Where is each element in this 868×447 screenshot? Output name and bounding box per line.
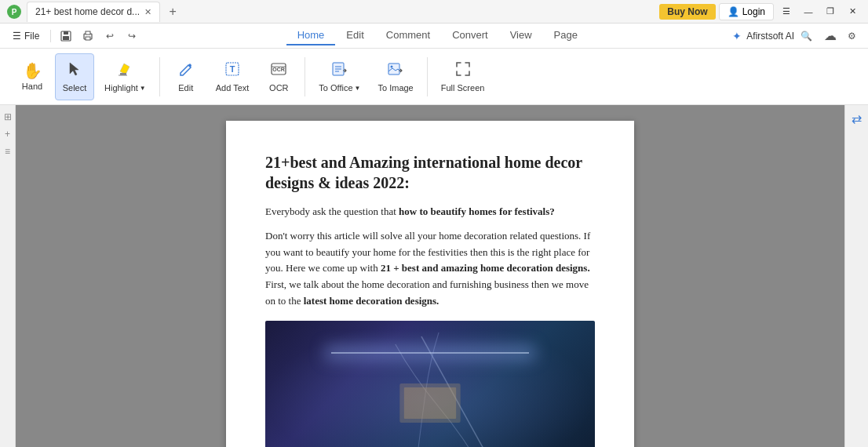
highlight-icon — [116, 60, 133, 80]
right-sidebar: ⇄ — [844, 105, 868, 447]
search-button[interactable]: 🔍 — [796, 26, 816, 46]
add-text-label: Add Text — [216, 83, 250, 93]
full-screen-icon — [454, 60, 472, 80]
hamburger-icon: ☰ — [13, 31, 21, 42]
print-button[interactable] — [78, 26, 98, 46]
to-image-tool-button[interactable]: To Image — [370, 53, 420, 100]
edit-tool-button[interactable]: Edit — [166, 53, 206, 100]
app-logo: P — [6, 4, 22, 20]
sidebar-panel-icon-1[interactable]: ⊞ — [4, 111, 12, 122]
toolbar-separator-2 — [305, 57, 305, 96]
tab-home[interactable]: Home — [286, 26, 336, 45]
to-image-icon — [387, 60, 404, 80]
hand-tool-button[interactable]: ✋ Hand — [13, 53, 52, 100]
redo-button[interactable]: ↪ — [122, 26, 142, 46]
user-icon: 👤 — [728, 6, 739, 17]
to-office-tool-button[interactable]: To Office ▼ — [312, 53, 367, 100]
sidebar-panel-icon-3[interactable]: ≡ — [5, 146, 10, 157]
file-label: File — [24, 31, 39, 42]
pdf-para1: Don't worry this article will solve all … — [265, 228, 595, 310]
svg-text:OCR: OCR — [273, 67, 286, 72]
left-sidebar: ⊞ + ≡ — [0, 105, 16, 447]
svg-text:T: T — [230, 64, 235, 74]
save-button[interactable] — [56, 26, 76, 46]
to-office-icon — [331, 60, 348, 80]
sidebar-panel-icon-2[interactable]: + — [5, 129, 10, 140]
add-text-icon: T — [224, 60, 241, 80]
titlebar-right: Buy Now 👤 Login ☰ — ❐ ✕ — [659, 2, 862, 21]
menubar: ☰ File ↩ ↪ Home Edit Comment Convert Vie… — [0, 24, 868, 49]
menu-button[interactable]: ☰ — [777, 2, 796, 21]
tab-edit[interactable]: Edit — [335, 26, 374, 45]
right-sidebar-icon-1[interactable]: ⇄ — [852, 111, 862, 126]
main-area: ⊞ + ≡ 21+best and Amazing international … — [0, 105, 868, 447]
add-text-tool-button[interactable]: T Add Text — [209, 53, 257, 100]
browser-tab[interactable]: 21+ best home decor d... ✕ — [27, 2, 160, 22]
pdf-page: 21+best and Amazing international home d… — [226, 121, 634, 447]
ai-label: Afirstsoft AI — [746, 31, 794, 42]
svg-rect-3 — [64, 31, 68, 35]
svg-rect-7 — [86, 37, 90, 40]
nav-tabs: Home Edit Comment Convert View Page — [286, 26, 589, 45]
edit-label: Edit — [178, 83, 193, 93]
pdf-image-container — [265, 321, 595, 447]
ai-section: ✦ Afirstsoft AI — [732, 30, 794, 42]
highlight-tool-button[interactable]: Highlight ▼ — [97, 53, 153, 100]
svg-point-20 — [391, 66, 393, 68]
tab-page[interactable]: Page — [543, 26, 589, 45]
ocr-label: OCR — [269, 83, 288, 93]
tab-comment[interactable]: Comment — [375, 26, 441, 45]
titlebar: P 21+ best home decor d... ✕ + Buy Now 👤… — [0, 0, 868, 24]
tab-title: 21+ best home decor d... — [35, 6, 140, 17]
ai-icon: ✦ — [732, 30, 742, 42]
to-image-label: To Image — [377, 83, 413, 93]
toolbar-separator-1 — [159, 57, 160, 96]
full-screen-label: Full Screen — [441, 83, 485, 93]
minimize-button[interactable]: — — [799, 2, 818, 21]
tab-close-button[interactable]: ✕ — [144, 7, 151, 17]
cloud-icon[interactable]: ☁ — [824, 28, 837, 43]
svg-rect-6 — [86, 31, 90, 35]
restore-button[interactable]: ❐ — [821, 2, 840, 21]
login-button[interactable]: 👤 Login — [719, 3, 774, 20]
menu-separator — [50, 30, 51, 42]
settings-icon[interactable]: ⚙ — [841, 26, 862, 46]
hand-icon: ✋ — [23, 63, 42, 78]
pdf-room-image — [265, 321, 595, 447]
pdf-para1-bold1: 21 + best and amazing home decoration de… — [381, 262, 590, 274]
pdf-area[interactable]: 21+best and Amazing international home d… — [16, 105, 844, 447]
pdf-intro-bold: how to beautify homes for festivals? — [399, 205, 555, 217]
close-button[interactable]: ✕ — [843, 2, 862, 21]
file-menu[interactable]: ☰ File — [6, 27, 46, 45]
buy-now-button[interactable]: Buy Now — [659, 4, 715, 20]
svg-text:P: P — [12, 8, 17, 16]
tab-convert[interactable]: Convert — [441, 26, 499, 45]
select-icon — [66, 60, 83, 80]
ocr-icon: OCR — [270, 60, 287, 80]
pdf-title: 21+best and Amazing international home d… — [265, 152, 595, 193]
pdf-intro-paragraph: Everybody ask the question that how to b… — [265, 204, 595, 220]
pdf-intro-text: Everybody ask the question that — [265, 205, 399, 217]
select-tool-button[interactable]: Select — [55, 53, 94, 100]
select-label: Select — [63, 83, 87, 93]
full-screen-tool-button[interactable]: Full Screen — [434, 53, 492, 100]
tab-view[interactable]: View — [499, 26, 543, 45]
ocr-tool-button[interactable]: OCR OCR — [259, 53, 298, 100]
svg-rect-4 — [63, 36, 69, 40]
toolbar-separator-3 — [427, 57, 428, 96]
to-office-label: To Office ▼ — [319, 83, 360, 93]
login-label: Login — [742, 6, 765, 17]
new-tab-button[interactable]: + — [163, 2, 182, 21]
edit-icon — [177, 60, 195, 80]
pdf-para1-bold2: latest home decoration designs. — [304, 295, 439, 307]
highlight-label: Highlight ▼ — [104, 83, 146, 93]
pdf-body: Everybody ask the question that how to b… — [265, 204, 595, 447]
hand-label: Hand — [22, 82, 42, 91]
undo-button[interactable]: ↩ — [100, 26, 120, 46]
toolbar: ✋ Hand Select Highlight ▼ — [0, 49, 868, 105]
svg-rect-22 — [404, 387, 456, 419]
undo-redo-group: ↩ ↪ — [100, 26, 142, 46]
